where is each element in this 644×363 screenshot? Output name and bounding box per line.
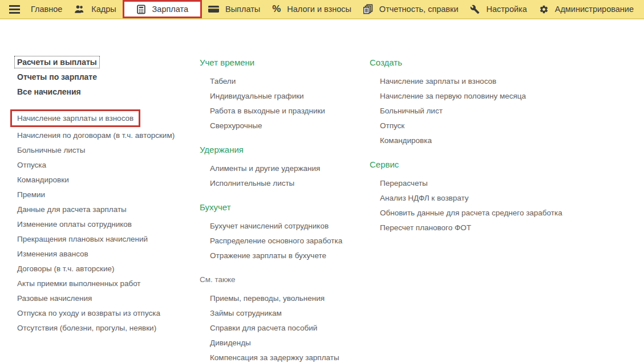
- bold-link-otchety-po-zarplate[interactable]: Отчеты по зарплате: [17, 70, 195, 84]
- list-item[interactable]: Табели: [210, 74, 368, 88]
- section-sozdat: Создать Начисление зарплаты и взносов На…: [370, 55, 615, 148]
- list-item[interactable]: Больничный лист: [380, 103, 615, 118]
- list-item[interactable]: Командировки: [17, 172, 195, 187]
- list-item[interactable]: Займы сотрудникам: [210, 305, 368, 320]
- list-item[interactable]: Анализ НДФЛ к возврату: [380, 190, 615, 205]
- list-item[interactable]: Отпуска по уходу и возвраты из отпуска: [17, 305, 195, 320]
- list-item[interactable]: Договоры (в т.ч. авторские): [17, 261, 195, 276]
- list-item[interactable]: Больничные листы: [17, 142, 195, 157]
- card-icon: [208, 5, 219, 13]
- tab-label: Налоги и взносы: [287, 5, 351, 14]
- tab-otchetnost-spravki[interactable]: Отчетность, справки: [358, 0, 464, 18]
- tab-label: Настройка: [486, 5, 526, 14]
- list-item[interactable]: Отпуск: [380, 118, 615, 133]
- right-column: Создать Начисление зарплаты и взносов На…: [370, 55, 615, 244]
- tab-nastroyka[interactable]: Настройка: [464, 0, 532, 18]
- tab-label: Кадры: [91, 5, 116, 14]
- list-item[interactable]: Изменения авансов: [17, 246, 195, 261]
- red-highlight-frame: Начисление зарплаты и взносов: [10, 109, 140, 127]
- report-icon: [363, 4, 373, 14]
- list-item[interactable]: Распределение основного заработка: [210, 233, 368, 248]
- list-item[interactable]: Изменение оплаты сотрудников: [17, 217, 195, 231]
- calculator-icon: [136, 5, 146, 14]
- list-item[interactable]: Прекращения плановых начислений: [17, 231, 195, 246]
- list-item[interactable]: Разовые начисления: [17, 291, 195, 305]
- tab-vyplaty[interactable]: Выплаты: [202, 0, 266, 18]
- tab-kadry[interactable]: Кадры: [68, 0, 121, 18]
- main-menu-button[interactable]: [5, 0, 25, 18]
- list-item[interactable]: Перерасчеты: [380, 176, 615, 190]
- section-title: Бухучет: [200, 199, 368, 214]
- left-column: Расчеты и выплаты Отчеты по зарплате Все…: [17, 55, 195, 335]
- percent-icon: %: [272, 3, 281, 15]
- list-item[interactable]: Дивиденды: [210, 335, 368, 350]
- tab-glavnoe[interactable]: Главное: [25, 0, 68, 18]
- tab-label: Зарплата: [152, 5, 189, 14]
- tab-nalogi-vznosy[interactable]: % Налоги и взносы: [266, 0, 357, 18]
- list-item[interactable]: Справки для расчета пособий: [210, 320, 368, 335]
- section-title: Удержания: [200, 142, 368, 157]
- section-title: См. также: [200, 272, 368, 287]
- hamburger-icon: [9, 5, 20, 14]
- section-title: Сервис: [370, 157, 615, 172]
- gear-icon: [539, 5, 549, 14]
- list-item[interactable]: Акты приемки выполненных работ: [17, 276, 195, 291]
- list-item[interactable]: Премии: [17, 187, 195, 202]
- list-item[interactable]: Начисления по договорам (в т.ч. авторски…: [17, 128, 195, 142]
- list-item[interactable]: Командировка: [380, 133, 615, 148]
- section-uderzhaniya: Удержания Алименты и другие удержания Ис…: [200, 142, 368, 190]
- list-item[interactable]: Индивидуальные графики: [210, 88, 368, 103]
- tab-label: Выплаты: [225, 5, 260, 14]
- list-item[interactable]: Сверхурочные: [210, 118, 368, 133]
- bold-link-raschety-i-vyplaty[interactable]: Расчеты и выплаты: [17, 55, 195, 70]
- list-item[interactable]: Начисление зарплаты и взносов: [380, 74, 615, 88]
- section-servis: Сервис Перерасчеты Анализ НДФЛ к возврат…: [370, 157, 615, 235]
- tab-label: Главное: [31, 5, 62, 14]
- tab-administrirovanie[interactable]: Администрирование: [533, 0, 639, 18]
- section-title: Учет времени: [200, 55, 368, 70]
- list-item[interactable]: Отпуска: [17, 157, 195, 172]
- list-item[interactable]: Данные для расчета зарплаты: [17, 202, 195, 217]
- section-sm-takzhe: См. также Приемы, переводы, увольнения З…: [200, 272, 368, 363]
- middle-column: Учет времени Табели Индивидуальные графи…: [200, 55, 368, 363]
- bold-link-vse-nachisleniya[interactable]: Все начисления: [17, 84, 195, 99]
- list-item[interactable]: Приемы, переводы, увольнения: [210, 291, 368, 305]
- list-item[interactable]: Исполнительные листы: [210, 176, 368, 190]
- people-icon: [74, 5, 85, 14]
- section-buhuchet: Бухучет Бухучет начислений сотрудников Р…: [200, 199, 368, 263]
- tab-label: Администрирование: [555, 5, 634, 14]
- list-item[interactable]: Отсутствия (болезни, прогулы, неявки): [17, 320, 195, 335]
- list-item-highlighted[interactable]: Начисление зарплаты и взносов: [17, 108, 195, 128]
- tab-zarplata[interactable]: Зарплата: [123, 0, 202, 18]
- list-item[interactable]: Компенсация за задержку зарплаты: [210, 350, 368, 363]
- wrench-icon: [470, 5, 480, 14]
- list-item[interactable]: Обновить данные для расчета среднего зар…: [380, 205, 615, 220]
- list-item[interactable]: Пересчет планового ФОТ: [380, 220, 615, 235]
- left-items-list: Начисление зарплаты и взносов Начисления…: [17, 108, 195, 335]
- list-item[interactable]: Начисление за первую половину месяца: [380, 88, 615, 103]
- section-title: Создать: [370, 55, 615, 70]
- topbar: Главное Кадры Зарплата: [0, 0, 644, 19]
- list-item[interactable]: Алименты и другие удержания: [210, 161, 368, 176]
- tab-label: Отчетность, справки: [379, 5, 459, 14]
- list-item[interactable]: Работа в выходные и праздники: [210, 103, 368, 118]
- section-uchet-vremeni: Учет времени Табели Индивидуальные графи…: [200, 55, 368, 133]
- focused-link[interactable]: Расчеты и выплаты: [15, 56, 99, 68]
- list-item[interactable]: Бухучет начислений сотрудников: [210, 218, 368, 233]
- list-item[interactable]: Отражение зарплаты в бухучете: [210, 248, 368, 263]
